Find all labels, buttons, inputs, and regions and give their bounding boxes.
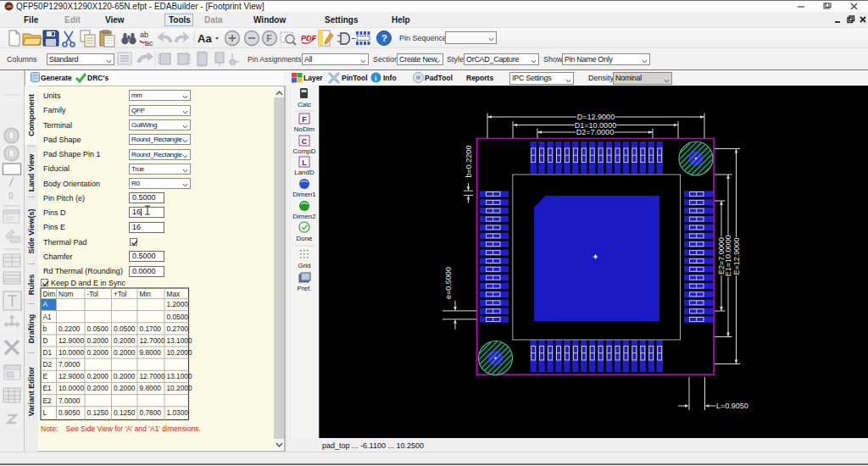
svg-text:+Tol: +Tol bbox=[114, 290, 127, 298]
svg-text:12.9000: 12.9000 bbox=[58, 372, 84, 380]
svg-text:Dimen1: Dimen1 bbox=[292, 191, 316, 198]
svg-text:E1: E1 bbox=[43, 384, 53, 392]
svg-text:9.8000: 9.8000 bbox=[140, 384, 162, 392]
svg-text:Min: Min bbox=[140, 290, 152, 298]
svg-text:E2=7.0000: E2=7.0000 bbox=[717, 237, 726, 275]
svg-text:Nom: Nom bbox=[58, 290, 74, 298]
svg-text:E=12.9000: E=12.9000 bbox=[732, 238, 741, 275]
svg-text:Dimen2: Dimen2 bbox=[292, 213, 316, 220]
svg-text:10.2000: 10.2000 bbox=[167, 384, 192, 392]
svg-text:C: C bbox=[302, 137, 308, 146]
svg-text:1.0300: 1.0300 bbox=[167, 408, 189, 417]
svg-text:0.2200: 0.2200 bbox=[58, 325, 81, 333]
svg-text:0.2700: 0.2700 bbox=[167, 325, 189, 333]
svg-text:E: E bbox=[43, 372, 48, 380]
svg-text:10.2000: 10.2000 bbox=[167, 348, 192, 357]
svg-text:Grid: Grid bbox=[298, 262, 310, 269]
svg-text:E2: E2 bbox=[43, 397, 53, 405]
svg-text:0.2000: 0.2000 bbox=[87, 384, 109, 392]
svg-text:D: D bbox=[43, 336, 48, 345]
svg-text:0.2000: 0.2000 bbox=[114, 336, 136, 345]
svg-text:7.0000: 7.0000 bbox=[58, 360, 81, 369]
svg-text:9.8000: 9.8000 bbox=[140, 348, 162, 357]
svg-text:D2=7.0000: D2=7.0000 bbox=[576, 128, 614, 136]
svg-text:e=0.5000: e=0.5000 bbox=[444, 267, 453, 299]
svg-text:L: L bbox=[43, 408, 47, 417]
svg-text:NoDim: NoDim bbox=[294, 125, 315, 133]
svg-text:0.0500: 0.0500 bbox=[167, 313, 189, 321]
svg-text:12.9000: 12.9000 bbox=[58, 336, 84, 345]
svg-text:0.0500: 0.0500 bbox=[87, 325, 109, 333]
svg-text:10.0000: 10.0000 bbox=[58, 384, 84, 392]
svg-text:0.9050: 0.9050 bbox=[58, 408, 81, 417]
svg-text:A: A bbox=[43, 300, 48, 308]
svg-text:Dim: Dim bbox=[43, 290, 56, 298]
svg-text:-Tol: -Tol bbox=[87, 290, 99, 298]
svg-text:0.2000: 0.2000 bbox=[87, 348, 109, 357]
svg-text:0.2000: 0.2000 bbox=[114, 348, 136, 357]
svg-text:7.0000: 7.0000 bbox=[58, 397, 81, 405]
svg-text:10.0000: 10.0000 bbox=[58, 348, 84, 357]
svg-text:0.0500: 0.0500 bbox=[114, 325, 136, 333]
svg-text:Max: Max bbox=[167, 290, 181, 298]
svg-text:0.7800: 0.7800 bbox=[140, 408, 162, 417]
svg-text:0.1250: 0.1250 bbox=[87, 408, 109, 417]
svg-text:LandD: LandD bbox=[294, 169, 314, 176]
svg-text:b=0.2200: b=0.2200 bbox=[465, 146, 473, 178]
svg-text:12.7000: 12.7000 bbox=[140, 372, 165, 380]
svg-text:0.2000: 0.2000 bbox=[87, 372, 109, 380]
svg-text:?: ? bbox=[381, 33, 387, 43]
svg-text:0.1250: 0.1250 bbox=[114, 408, 136, 417]
svg-text:Calc: Calc bbox=[298, 101, 311, 108]
svg-text:0.1700: 0.1700 bbox=[140, 325, 162, 333]
svg-text:CompD: CompD bbox=[292, 147, 315, 155]
svg-text:13.1000: 13.1000 bbox=[167, 336, 192, 345]
svg-text:D1: D1 bbox=[43, 348, 53, 357]
svg-text:0.2000: 0.2000 bbox=[114, 372, 136, 380]
svg-text:D=12.9000: D=12.9000 bbox=[577, 113, 615, 121]
svg-text:F: F bbox=[302, 115, 307, 124]
svg-text:0.2000: 0.2000 bbox=[87, 336, 109, 345]
svg-text:A1: A1 bbox=[43, 313, 53, 321]
svg-text:0.2000: 0.2000 bbox=[114, 384, 136, 392]
svg-text:L: L bbox=[302, 158, 307, 167]
svg-text:D2: D2 bbox=[43, 360, 53, 369]
svg-text:L=0.9050: L=0.9050 bbox=[716, 402, 748, 410]
svg-text:12.7000: 12.7000 bbox=[140, 336, 165, 345]
svg-text:Done: Done bbox=[296, 235, 313, 242]
svg-text:13.1000: 13.1000 bbox=[167, 372, 192, 380]
svg-text:b: b bbox=[43, 325, 47, 333]
svg-text:Pref.: Pref. bbox=[298, 285, 312, 292]
svg-text:1.2000: 1.2000 bbox=[167, 300, 189, 308]
